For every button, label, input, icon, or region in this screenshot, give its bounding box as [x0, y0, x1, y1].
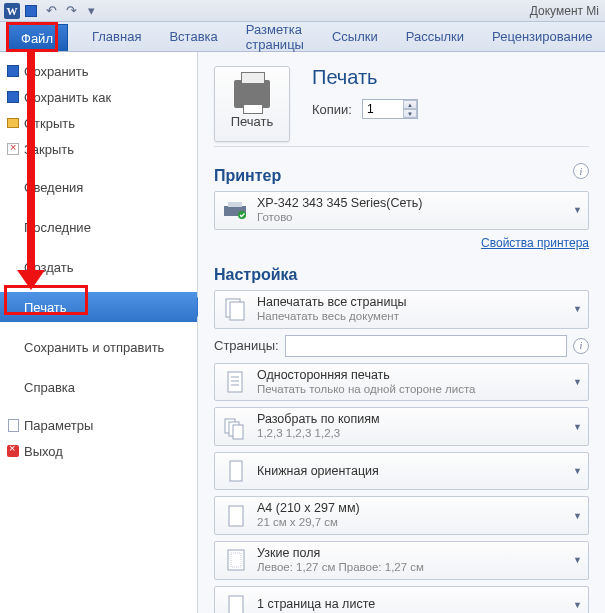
tab-file[interactable]: Файл: [6, 24, 68, 51]
printer-device-icon: [221, 196, 249, 224]
printer-name: XP-342 343 345 Series(Сеть): [257, 196, 422, 211]
sidebar-item-label: Печать: [24, 300, 67, 315]
svg-rect-13: [229, 506, 243, 526]
qat-customize-icon[interactable]: ▾: [82, 2, 100, 20]
qat-save-icon[interactable]: [22, 2, 40, 20]
copies-spinner[interactable]: ▲▼: [403, 100, 417, 118]
svg-rect-5: [228, 372, 242, 392]
chevron-down-icon: ▼: [573, 422, 582, 432]
sidebar-item-label: Параметры: [24, 418, 93, 433]
print-panel: Печать Печать Копии: ▲▼ Принтер i: [198, 52, 605, 613]
settings-heading: Настройка: [214, 266, 589, 284]
pages-input[interactable]: [285, 335, 567, 357]
print-heading: Печать: [312, 66, 589, 89]
printer-icon: [234, 80, 270, 108]
sidebar-item-print[interactable]: Печать: [0, 292, 197, 322]
qat-undo-icon[interactable]: ↶: [42, 2, 60, 20]
one-side-icon: [221, 368, 249, 396]
setting-paper-size[interactable]: A4 (210 x 297 мм)21 см x 29,7 см ▼: [214, 496, 589, 535]
printer-selector[interactable]: XP-342 343 345 Series(Сеть) Готово ▼: [214, 191, 589, 230]
setting-pages-per-sheet[interactable]: 1 страница на листе ▼: [214, 586, 589, 613]
copies-label: Копии:: [312, 102, 352, 117]
tab-references[interactable]: Ссылки: [318, 22, 392, 51]
printer-info-icon[interactable]: i: [573, 163, 589, 179]
setting-duplex[interactable]: Односторонняя печатьПечатать только на о…: [214, 363, 589, 402]
chevron-down-icon: ▼: [573, 511, 582, 521]
print-button-label: Печать: [231, 114, 274, 129]
sidebar-item-label: Выход: [24, 444, 63, 459]
save-as-icon: [6, 90, 20, 104]
pages-info-icon[interactable]: i: [573, 338, 589, 354]
printer-status: Готово: [257, 211, 422, 225]
svg-rect-16: [229, 596, 243, 613]
pages-label: Страницы:: [214, 338, 279, 353]
chevron-down-icon: ▼: [573, 304, 582, 314]
pages-per-sheet-icon: [221, 591, 249, 613]
pages-icon: [221, 295, 249, 323]
chevron-down-icon: ▼: [573, 205, 582, 215]
exit-icon: [6, 444, 20, 458]
tab-layout[interactable]: Разметка страницы: [232, 22, 318, 51]
margins-icon: [221, 546, 249, 574]
svg-rect-1: [228, 202, 242, 207]
sidebar-item-options[interactable]: Параметры: [0, 412, 197, 438]
options-icon: [6, 418, 20, 432]
printer-properties-link[interactable]: Свойства принтера: [214, 236, 589, 250]
sidebar-item-label: Сохранить и отправить: [24, 340, 164, 355]
print-button[interactable]: Печать: [214, 66, 290, 142]
printer-heading: Принтер: [214, 167, 281, 185]
tab-home[interactable]: Главная: [78, 22, 155, 51]
chevron-down-icon: ▼: [573, 466, 582, 476]
svg-rect-4: [230, 302, 244, 320]
tab-mailings[interactable]: Рассылки: [392, 22, 478, 51]
sidebar-item-help[interactable]: Справка: [0, 372, 197, 402]
title-bar: W ↶ ↷ ▾ Документ Mi: [0, 0, 605, 22]
chevron-down-icon: ▼: [573, 555, 582, 565]
sidebar-item-label: Сохранить как: [24, 90, 111, 105]
paper-size-icon: [221, 502, 249, 530]
svg-rect-11: [233, 425, 243, 439]
chevron-down-icon: ▼: [573, 377, 582, 387]
ribbon-tabs: Файл Главная Вставка Разметка страницы С…: [0, 22, 605, 52]
setting-orientation[interactable]: Книжная ориентация ▼: [214, 452, 589, 490]
sidebar-item-exit[interactable]: Выход: [0, 438, 197, 464]
setting-print-range[interactable]: Напечатать все страницыНапечатать весь д…: [214, 290, 589, 329]
sidebar-item-label: Справка: [24, 380, 75, 395]
collate-icon: [221, 413, 249, 441]
close-icon: [6, 142, 20, 156]
setting-margins[interactable]: Узкие поляЛевое: 1,27 см Правое: 1,27 см…: [214, 541, 589, 580]
chevron-down-icon: ▼: [573, 600, 582, 610]
setting-collate[interactable]: Разобрать по копиям1,2,3 1,2,3 1,2,3 ▼: [214, 407, 589, 446]
svg-rect-12: [230, 461, 242, 481]
svg-point-2: [238, 211, 246, 219]
portrait-icon: [221, 457, 249, 485]
sidebar-item-share[interactable]: Сохранить и отправить: [0, 332, 197, 362]
tab-review[interactable]: Рецензирование: [478, 22, 605, 51]
open-icon: [6, 116, 20, 130]
tab-insert[interactable]: Вставка: [155, 22, 231, 51]
word-app-icon: W: [4, 3, 20, 19]
document-title: Документ Mi: [530, 4, 599, 18]
save-icon: [6, 64, 20, 78]
qat-redo-icon[interactable]: ↷: [62, 2, 80, 20]
